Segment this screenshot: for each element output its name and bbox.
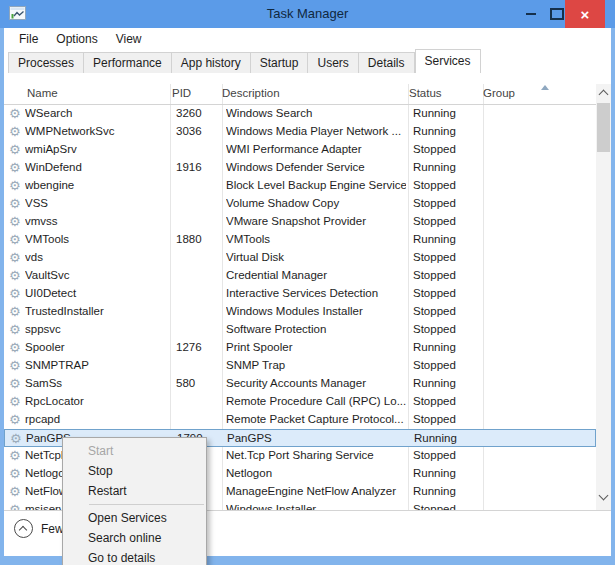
- gear-icon: ⚙: [10, 431, 22, 447]
- tab-services[interactable]: Services: [415, 49, 481, 73]
- service-name: VaultSvc: [25, 269, 169, 281]
- table-row-vmvss[interactable]: ⚙vmvssVMware Snapshot ProviderStopped: [4, 213, 596, 231]
- service-description: VMTools: [226, 233, 406, 245]
- context-menu-item-go-to-details[interactable]: Go to details: [63, 548, 206, 565]
- tab-performance[interactable]: Performance: [84, 52, 172, 73]
- service-description: Interactive Services Detection: [226, 287, 406, 299]
- service-pid: 3036: [176, 125, 220, 137]
- minimize-icon: [526, 13, 536, 15]
- service-description: WMI Performance Adapter: [226, 143, 406, 155]
- table-row-wmpnetworksvc[interactable]: ⚙WMPNetworkSvc3036Windows Media Player N…: [4, 123, 596, 141]
- table-row-wsearch[interactable]: ⚙WSearch3260Windows SearchRunning: [4, 105, 596, 123]
- close-button[interactable]: ×: [565, 0, 605, 28]
- gear-icon: ⚙: [9, 214, 21, 230]
- service-description: Print Spooler: [226, 341, 406, 353]
- tab-bar: ProcessesPerformanceApp historyStartupUs…: [4, 50, 611, 73]
- table-row-ui0detect[interactable]: ⚙UI0DetectInteractive Services Detection…: [4, 285, 596, 303]
- table-row-rpclocator[interactable]: ⚙RpcLocatorRemote Procedure Call (RPC) L…: [4, 393, 596, 411]
- column-header-name[interactable]: Name: [27, 87, 167, 99]
- table-header: Name PID Description Status Group: [4, 84, 596, 105]
- tab-app-history[interactable]: App history: [172, 52, 251, 73]
- table-row-samss[interactable]: ⚙SamSs580Security Accounts ManagerRunnin…: [4, 375, 596, 393]
- menu-item-file[interactable]: File: [10, 30, 47, 48]
- table-row-spooler[interactable]: ⚙Spooler1276Print SpoolerRunning: [4, 339, 596, 357]
- scroll-up-icon[interactable]: [599, 90, 609, 100]
- tab-processes[interactable]: Processes: [8, 52, 84, 73]
- service-description: Block Level Backup Engine Service: [226, 179, 406, 191]
- gear-icon: ⚙: [9, 412, 21, 428]
- context-menu-item-search-online[interactable]: Search online: [63, 528, 206, 548]
- service-status: Stopped: [413, 413, 481, 425]
- table-row-wbengine[interactable]: ⚙wbengineBlock Level Backup Engine Servi…: [4, 177, 596, 195]
- gear-icon: ⚙: [9, 394, 21, 410]
- gear-icon: ⚙: [9, 340, 21, 356]
- service-status: Stopped: [413, 449, 481, 461]
- service-status: Running: [413, 107, 481, 119]
- table-row-vds[interactable]: ⚙vdsVirtual DiskStopped: [4, 249, 596, 267]
- column-header-group[interactable]: Group: [483, 87, 583, 99]
- service-status: Running: [414, 432, 482, 444]
- service-status: Running: [413, 467, 481, 479]
- service-status: Stopped: [413, 143, 481, 155]
- menu-item-options[interactable]: Options: [47, 30, 106, 48]
- service-status: Stopped: [413, 359, 481, 371]
- service-description: Net.Tcp Port Sharing Service: [226, 449, 406, 461]
- context-menu-item-restart[interactable]: Restart: [63, 481, 206, 501]
- service-name: rpcapd: [25, 413, 169, 425]
- vertical-scrollbar[interactable]: [596, 84, 611, 510]
- service-name: wmiApSrv: [25, 143, 169, 155]
- column-header-pid[interactable]: PID: [172, 87, 216, 99]
- service-name: WinDefend: [25, 161, 169, 173]
- context-menu: StartStopRestartOpen ServicesSearch onli…: [62, 437, 207, 565]
- menu-item-view[interactable]: View: [107, 30, 151, 48]
- gear-icon: ⚙: [9, 466, 21, 482]
- service-name: WMPNetworkSvc: [25, 125, 169, 137]
- service-description: Credential Manager: [226, 269, 406, 281]
- service-description: Windows Installer: [226, 503, 406, 510]
- gear-icon: ⚙: [9, 268, 21, 284]
- table-row-vmtools[interactable]: ⚙VMTools1880VMToolsRunning: [4, 231, 596, 249]
- tab-startup[interactable]: Startup: [251, 52, 309, 73]
- table-row-sppsvc[interactable]: ⚙sppsvcSoftware ProtectionStopped: [4, 321, 596, 339]
- table-row-trustedinstaller[interactable]: ⚙TrustedInstallerWindows Modules Install…: [4, 303, 596, 321]
- task-manager-window: Task Manager × FileOptionsView Processes…: [0, 0, 615, 565]
- table-row-windefend[interactable]: ⚙WinDefend1916Windows Defender ServiceRu…: [4, 159, 596, 177]
- service-status: Stopped: [413, 395, 481, 407]
- service-name: TrustedInstaller: [25, 305, 169, 317]
- service-status: Stopped: [413, 197, 481, 209]
- service-description: Windows Search: [226, 107, 406, 119]
- service-description: Remote Procedure Call (RPC) Lo...: [226, 395, 406, 407]
- scroll-down-icon[interactable]: [599, 491, 609, 501]
- table-row-vss[interactable]: ⚙VSSVolume Shadow CopyStopped: [4, 195, 596, 213]
- service-name: UI0Detect: [25, 287, 169, 299]
- table-row-wmiapsrv[interactable]: ⚙wmiApSrvWMI Performance AdapterStopped: [4, 141, 596, 159]
- service-name: SNMPTRAP: [25, 359, 169, 371]
- service-name: VMTools: [25, 233, 169, 245]
- table-row-vaultsvc[interactable]: ⚙VaultSvcCredential ManagerStopped: [4, 267, 596, 285]
- column-header-description[interactable]: Description: [222, 87, 402, 99]
- title-bar[interactable]: Task Manager ×: [0, 0, 615, 28]
- service-description: Windows Media Player Network ...: [226, 125, 406, 137]
- service-status: Running: [413, 125, 481, 137]
- window-border-right: [611, 28, 615, 556]
- scrollbar-thumb[interactable]: [597, 103, 610, 152]
- gear-icon: ⚙: [9, 376, 21, 392]
- service-description: ManageEngine NetFlow Analyzer: [226, 485, 406, 497]
- gear-icon: ⚙: [9, 232, 21, 248]
- context-menu-item-stop[interactable]: Stop: [63, 461, 206, 481]
- service-description: Windows Defender Service: [226, 161, 406, 173]
- service-pid: 1916: [176, 161, 220, 173]
- service-status: Running: [413, 485, 481, 497]
- service-description: VMware Snapshot Provider: [226, 215, 406, 227]
- table-row-snmptrap[interactable]: ⚙SNMPTRAPSNMP TrapStopped: [4, 357, 596, 375]
- tab-users[interactable]: Users: [308, 52, 358, 73]
- gear-icon: ⚙: [9, 160, 21, 176]
- column-header-status[interactable]: Status: [409, 87, 477, 99]
- context-menu-item-open-services[interactable]: Open Services: [63, 508, 206, 528]
- table-row-rpcapd[interactable]: ⚙rpcapdRemote Packet Capture Protocol...…: [4, 411, 596, 429]
- sort-indicator-icon: [541, 85, 549, 90]
- gear-icon: ⚙: [9, 484, 21, 500]
- service-description: Netlogon: [226, 467, 406, 479]
- tab-details[interactable]: Details: [359, 52, 415, 73]
- minimize-button[interactable]: [518, 0, 544, 28]
